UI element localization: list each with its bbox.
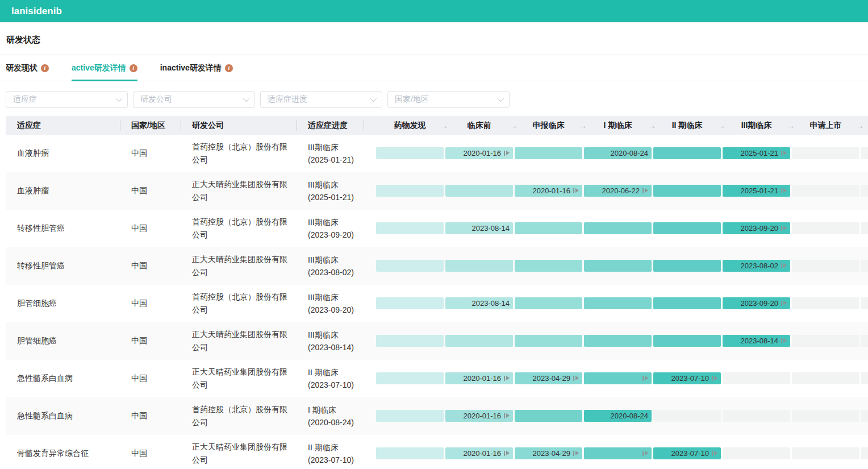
timeline-cell-phase-1[interactable] bbox=[584, 372, 652, 384]
timeline-cell-phase-3[interactable]: 2023-09-20 bbox=[723, 222, 790, 234]
timeline-cell-group: 2020-01-162023-04-292023-07-10 bbox=[364, 435, 868, 469]
table-header-row: 适应症国家/地区研发公司适应症进度药物发现→临床前→申报临床→I 期临床→II … bbox=[6, 116, 868, 135]
timeline-cell-preclinical bbox=[445, 185, 513, 197]
step-forward-icon[interactable] bbox=[504, 413, 510, 418]
indication-cell: 血液肿瘤 bbox=[6, 135, 120, 172]
timeline-cell-phase-2 bbox=[653, 335, 721, 347]
timeline-cell-phase-2[interactable]: 2023-07-10 bbox=[653, 447, 721, 459]
step-forward-icon[interactable] bbox=[781, 226, 787, 231]
timeline-cell-preclinical[interactable]: 2020-01-16 bbox=[445, 147, 513, 159]
step-forward-icon[interactable] bbox=[781, 263, 787, 268]
timeline-cell-nda bbox=[792, 147, 859, 159]
progress-date: (2023-09-20) bbox=[308, 229, 354, 241]
indication-cell: 转移性胆管癌 bbox=[6, 210, 120, 247]
chevron-down-icon bbox=[498, 96, 504, 102]
timeline-cell-preclinical[interactable]: 2023-08-14 bbox=[445, 222, 513, 234]
tab-rd-status[interactable]: 研发现状i bbox=[6, 55, 49, 81]
milestone-date: 2023-09-20 bbox=[741, 299, 779, 308]
milestone-date: 2020-01-16 bbox=[533, 186, 571, 195]
timeline-cell-phase-3[interactable]: 2023-08-14 bbox=[723, 335, 790, 347]
milestone-date: 2023-09-20 bbox=[741, 224, 779, 233]
timeline-cell-phase-3[interactable]: 2025-01-21 bbox=[723, 185, 790, 197]
timeline-cell-preclinical[interactable]: 2020-01-16 bbox=[445, 447, 513, 459]
phase-arrow-icon: → bbox=[856, 116, 864, 135]
timeline-cell-cutoff bbox=[861, 372, 868, 384]
timeline-cell-ind-filing bbox=[515, 222, 582, 234]
step-forward-icon[interactable] bbox=[573, 188, 579, 193]
progress-phase: I 期临床 bbox=[308, 404, 336, 416]
info-icon[interactable]: i bbox=[130, 64, 137, 72]
timeline-cell-ind-filing[interactable]: 2023-04-29 bbox=[515, 372, 582, 384]
timeline-cell-phase-1 bbox=[584, 335, 652, 347]
step-forward-icon[interactable] bbox=[781, 301, 787, 306]
filter-bar: 适应症研发公司适应症进度国家/地区 bbox=[6, 91, 862, 108]
step-forward-icon[interactable] bbox=[712, 376, 717, 381]
column-header-phase-1: I 期临床 bbox=[584, 116, 652, 135]
milestone-date: 2020-01-16 bbox=[464, 149, 502, 157]
timeline-cell-phase-3[interactable]: 2023-09-20 bbox=[723, 297, 790, 309]
step-forward-icon[interactable] bbox=[573, 451, 579, 456]
filter-select-company[interactable]: 研发公司 bbox=[133, 91, 255, 108]
timeline-cell-phase-1[interactable]: 2020-08-24 bbox=[584, 147, 652, 159]
step-forward-icon[interactable] bbox=[573, 376, 579, 381]
timeline-cell-phase-1[interactable]: 2020-08-24 bbox=[584, 410, 652, 422]
step-forward-icon[interactable] bbox=[504, 151, 510, 156]
timeline-cell-group: 2023-08-142023-09-20 bbox=[364, 285, 868, 322]
rd-detail-table: 适应症国家/地区研发公司适应症进度药物发现→临床前→申报临床→I 期临床→II … bbox=[6, 116, 868, 469]
column-header-progress: 适应症进度 bbox=[297, 116, 364, 135]
timeline-cell-ind-filing[interactable]: 2020-01-16 bbox=[515, 185, 582, 197]
chevron-down-icon bbox=[370, 96, 377, 102]
step-forward-icon[interactable] bbox=[781, 151, 787, 156]
step-forward-icon[interactable] bbox=[781, 338, 787, 343]
page: lanisidenib 研发状态 研发现状iactive研发详情iinactiv… bbox=[0, 0, 868, 469]
timeline-cell-phase-3[interactable]: 2025-01-21 bbox=[723, 147, 790, 159]
tab-active-rd-details[interactable]: active研发详情i bbox=[72, 55, 137, 81]
progress-cell: III期临床(2023-09-20) bbox=[297, 285, 364, 322]
chevron-down-icon bbox=[243, 96, 249, 102]
timeline-cell-ind-filing bbox=[515, 260, 582, 272]
filter-select-indication[interactable]: 适应症 bbox=[6, 91, 128, 108]
timeline-cell-cutoff bbox=[861, 410, 868, 422]
filter-select-country[interactable]: 国家/地区 bbox=[387, 91, 510, 108]
timeline-cell-cutoff bbox=[861, 185, 868, 197]
filter-select-indication-progress[interactable]: 适应症进度 bbox=[260, 91, 382, 108]
country-cell: 中国 bbox=[120, 435, 181, 469]
timeline-cell-ind-filing[interactable]: 2023-04-29 bbox=[515, 447, 582, 459]
timeline-cell-preclinical[interactable]: 2020-01-16 bbox=[445, 410, 513, 422]
step-forward-icon[interactable] bbox=[504, 376, 510, 381]
timeline-cell-phase-3 bbox=[723, 410, 790, 422]
column-header-nda: 申请上市 bbox=[792, 116, 859, 135]
timeline-cell-ind-filing bbox=[515, 410, 582, 422]
indication-cell: 急性髓系白血病 bbox=[6, 397, 120, 435]
timeline-cell-phase-1[interactable] bbox=[584, 447, 652, 459]
step-forward-icon[interactable] bbox=[642, 376, 648, 381]
country-cell: 中国 bbox=[120, 285, 181, 322]
timeline-cell-preclinical[interactable]: 2020-01-16 bbox=[445, 372, 513, 384]
country-cell: 中国 bbox=[120, 397, 181, 435]
milestone-date: 2020-01-16 bbox=[464, 374, 502, 383]
table-row: 转移性胆管癌中国正大天晴药业集团股份有限公司III期临床(2023-08-02)… bbox=[6, 247, 868, 285]
company-cell: 正大天晴药业集团股份有限公司 bbox=[181, 247, 297, 285]
progress-date: (2020-08-24) bbox=[308, 416, 354, 429]
timeline-cell-phase-2[interactable]: 2023-07-10 bbox=[653, 372, 721, 384]
table-row: 转移性胆管癌中国首药控股（北京）股份有限公司III期临床(2023-09-20)… bbox=[6, 210, 868, 247]
progress-phase: III期临床 bbox=[308, 291, 339, 304]
timeline-cell-phase-3[interactable]: 2023-08-02 bbox=[723, 260, 790, 272]
step-forward-icon[interactable] bbox=[781, 188, 787, 193]
step-forward-icon[interactable] bbox=[504, 451, 510, 456]
timeline-cell-phase-1[interactable]: 2020-06-22 bbox=[584, 185, 652, 197]
milestone-date: 2020-08-24 bbox=[611, 149, 649, 157]
tab-inactive-rd-details[interactable]: inactive研发详情i bbox=[160, 55, 233, 81]
app-header: lanisidenib bbox=[0, 0, 868, 23]
info-icon[interactable]: i bbox=[41, 64, 49, 72]
column-header-preclinical: 临床前 bbox=[445, 116, 513, 135]
step-forward-icon[interactable] bbox=[642, 188, 648, 193]
step-forward-icon[interactable] bbox=[712, 451, 717, 456]
timeline-cell-cutoff bbox=[861, 147, 868, 159]
timeline-cell-drug-discovery bbox=[376, 260, 444, 272]
company-cell: 首药控股（北京）股份有限公司 bbox=[181, 397, 297, 435]
step-forward-icon[interactable] bbox=[642, 451, 648, 456]
timeline-cell-preclinical[interactable]: 2023-08-14 bbox=[445, 297, 513, 309]
info-icon[interactable]: i bbox=[225, 64, 233, 72]
column-header-country: 国家/地区 bbox=[120, 116, 181, 135]
